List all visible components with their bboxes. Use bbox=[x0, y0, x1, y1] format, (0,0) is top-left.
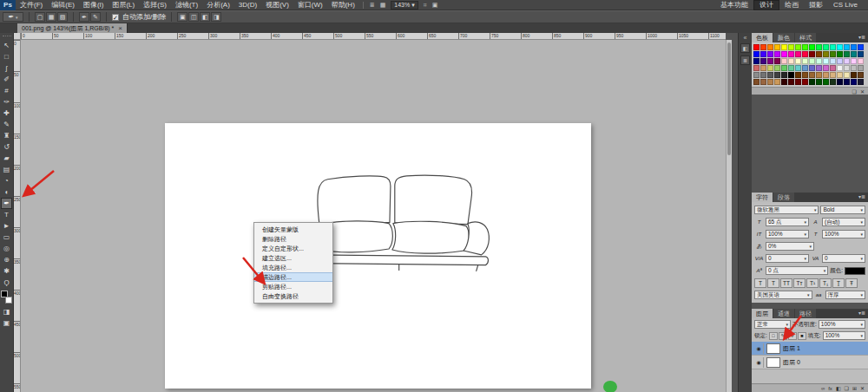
healing-brush-tool[interactable]: ✚ bbox=[1, 108, 12, 119]
move-tool[interactable]: ↖ bbox=[1, 40, 12, 51]
color-swatch[interactable] bbox=[809, 51, 815, 57]
color-swatch[interactable] bbox=[830, 79, 836, 85]
font-family-select[interactable]: 微软雅黑 bbox=[754, 206, 819, 214]
color-swatch[interactable] bbox=[809, 44, 815, 50]
color-swatch[interactable] bbox=[823, 79, 829, 85]
color-swatch[interactable] bbox=[760, 58, 766, 64]
horizontal-scale-field[interactable]: 100% bbox=[822, 230, 865, 238]
color-swatch[interactable] bbox=[837, 79, 843, 85]
panel-tab[interactable]: 段落 bbox=[773, 193, 794, 202]
color-swatch[interactable] bbox=[844, 65, 850, 71]
menu-item[interactable]: 图层(L) bbox=[108, 0, 139, 10]
color-swatch[interactable] bbox=[830, 44, 836, 50]
document-canvas[interactable] bbox=[165, 123, 591, 389]
context-menu-item[interactable]: 建立选区... bbox=[254, 253, 332, 263]
color-swatch[interactable] bbox=[844, 44, 850, 50]
menu-item[interactable]: 选择(S) bbox=[139, 0, 171, 10]
color-swatch[interactable] bbox=[851, 65, 857, 71]
color-swatch[interactable] bbox=[795, 72, 801, 78]
blend-mode-select[interactable]: 正常 bbox=[754, 320, 791, 329]
color-swatch[interactable] bbox=[809, 79, 815, 85]
type-style-button[interactable]: TT bbox=[780, 278, 792, 288]
opacity-field[interactable]: 100% bbox=[819, 320, 865, 329]
collapsed-panel-icon-1[interactable]: ◧ bbox=[740, 43, 750, 53]
dodge-tool[interactable]: ◖ bbox=[1, 186, 12, 198]
type-style-button[interactable]: T¹ bbox=[806, 278, 819, 288]
color-swatch[interactable] bbox=[830, 51, 836, 57]
layer-name[interactable]: 图层 1 bbox=[783, 344, 800, 353]
3d-orbit-tool[interactable]: ⊕ bbox=[1, 254, 12, 265]
color-swatch[interactable] bbox=[858, 51, 864, 57]
color-swatch[interactable] bbox=[823, 65, 829, 71]
color-swatch[interactable] bbox=[774, 58, 780, 64]
font-size-select[interactable]: 65 点 bbox=[766, 218, 809, 226]
workspace-button[interactable]: 摄影 bbox=[804, 0, 828, 10]
color-swatch[interactable] bbox=[844, 79, 850, 85]
lock-button[interactable]: □ bbox=[769, 332, 778, 340]
color-swatch[interactable] bbox=[858, 79, 864, 85]
layers-footer-icon[interactable]: ∞ bbox=[821, 386, 825, 391]
menu-item[interactable]: 视图(V) bbox=[261, 0, 293, 10]
context-menu-item[interactable]: 自由变换路径 bbox=[254, 291, 332, 301]
panel-tab[interactable]: 色板 bbox=[752, 33, 773, 42]
panel-tab[interactable]: 图层 bbox=[752, 309, 773, 318]
3d-rotate-tool[interactable]: ◎ bbox=[1, 243, 12, 254]
color-swatch[interactable] bbox=[830, 72, 836, 78]
layer-row[interactable]: ◉ 图层 1 bbox=[752, 342, 868, 356]
lock-button[interactable]: ■ bbox=[798, 332, 806, 340]
color-swatch[interactable] bbox=[816, 44, 822, 50]
scrollbar-thumb[interactable] bbox=[727, 42, 731, 155]
draw-mode-button[interactable]: ▢ bbox=[35, 12, 45, 22]
eyedropper-tool[interactable]: ✑ bbox=[1, 96, 12, 108]
menu-item[interactable]: 窗口(W) bbox=[293, 0, 327, 10]
document-tab[interactable]: 001.png @ 143%(图层 1,RGB/8) * × bbox=[17, 23, 128, 33]
color-swatch[interactable] bbox=[851, 51, 857, 57]
panel-tab[interactable]: 样式 bbox=[795, 33, 816, 42]
collapsed-panel-icon-2[interactable]: ≣ bbox=[740, 56, 750, 65]
path-combine-button[interactable]: ▣ bbox=[177, 12, 187, 22]
color-swatch[interactable] bbox=[823, 72, 829, 78]
quick-mask-button[interactable]: ◨ bbox=[1, 306, 12, 317]
color-swatch[interactable] bbox=[851, 58, 857, 64]
proportional-spacing-select[interactable]: 0% bbox=[766, 242, 814, 251]
panel-tab[interactable]: 颜色 bbox=[773, 33, 794, 42]
draw-mode-button[interactable]: ▦ bbox=[46, 12, 56, 22]
color-swatch[interactable] bbox=[767, 79, 773, 85]
zoom-tool[interactable]: Ϙ bbox=[1, 277, 12, 288]
history-brush-tool[interactable]: ↺ bbox=[1, 141, 12, 153]
hand-tool[interactable]: ✱ bbox=[1, 265, 12, 277]
color-swatch[interactable] bbox=[844, 51, 850, 57]
tool-preset-picker[interactable]: ✒ ▾ bbox=[3, 12, 23, 22]
vertical-ruler[interactable]: 050100150200250300350400450500550 bbox=[14, 40, 21, 392]
color-swatch[interactable] bbox=[851, 44, 857, 50]
color-swatch[interactable] bbox=[781, 51, 787, 57]
color-swatch[interactable] bbox=[760, 72, 766, 78]
auto-add-delete-checkbox[interactable]: ✓ bbox=[112, 14, 119, 21]
menu-item[interactable]: 3D(D) bbox=[234, 0, 261, 10]
color-swatch[interactable] bbox=[816, 65, 822, 71]
pen-tool[interactable]: ✒ bbox=[1, 198, 12, 209]
color-swatch[interactable] bbox=[851, 79, 857, 85]
panel-menu-icon[interactable]: ▾≣ bbox=[858, 193, 868, 202]
context-menu-item[interactable]: 描边路径... bbox=[254, 272, 332, 282]
view-extras-icon[interactable]: ▦ bbox=[378, 0, 389, 10]
context-menu-item[interactable]: 填充路径... bbox=[254, 263, 332, 272]
ruler-origin-corner[interactable] bbox=[14, 33, 21, 40]
color-swatch[interactable] bbox=[802, 58, 808, 64]
color-swatch[interactable] bbox=[753, 58, 760, 64]
type-style-button[interactable]: T₁ bbox=[819, 278, 832, 288]
canvas-area[interactable] bbox=[21, 40, 726, 392]
color-swatch[interactable] bbox=[795, 58, 801, 64]
color-swatch[interactable] bbox=[816, 51, 822, 57]
visibility-eye-icon[interactable]: ◉ bbox=[754, 343, 764, 354]
shape-tool[interactable]: ▭ bbox=[1, 232, 12, 243]
color-swatch[interactable] bbox=[802, 51, 808, 57]
vertical-scrollbar[interactable] bbox=[726, 40, 732, 392]
color-swatch[interactable] bbox=[767, 51, 773, 57]
layers-footer-icon[interactable]: ✕ bbox=[860, 385, 865, 391]
color-swatch[interactable] bbox=[774, 65, 780, 71]
color-swatch[interactable] bbox=[767, 44, 773, 50]
color-swatch[interactable] bbox=[837, 65, 843, 71]
color-swatch[interactable] bbox=[781, 44, 787, 50]
color-swatch[interactable] bbox=[795, 65, 801, 71]
